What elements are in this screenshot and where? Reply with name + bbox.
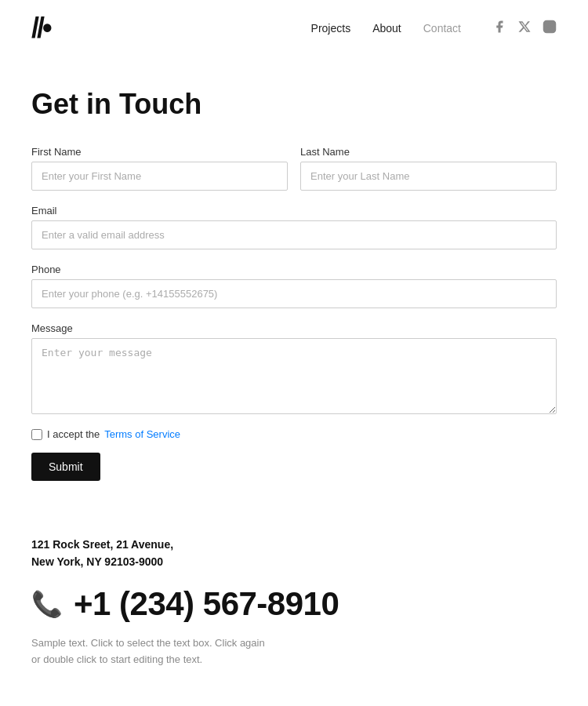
phone-icon: 📞 (31, 589, 63, 619)
logo[interactable]: //• (31, 14, 72, 42)
sample-text[interactable]: Sample text. Click to select the text bo… (31, 635, 267, 668)
nav-social-icons (492, 20, 557, 37)
address-line1: 121 Rock Sreet, 21 Avenue, (31, 536, 557, 553)
svg-point-2 (547, 24, 552, 29)
last-name-label: Last Name (300, 146, 557, 158)
tos-prefix-text: I accept the (47, 428, 100, 440)
email-group: Email (31, 205, 557, 249)
first-name-label: First Name (31, 146, 288, 158)
contact-info-section: 121 Rock Sreet, 21 Avenue, New York, NY … (0, 504, 588, 691)
email-input[interactable] (31, 220, 557, 249)
message-group: Message (31, 322, 557, 414)
name-row: First Name Last Name (31, 146, 557, 191)
phone-number: +1 (234) 567-8910 (74, 585, 339, 623)
svg-text://•: //• (31, 14, 52, 42)
first-name-group: First Name (31, 146, 288, 191)
tos-checkbox[interactable] (31, 429, 42, 440)
nav-about[interactable]: About (372, 22, 401, 35)
nav-contact[interactable]: Contact (423, 22, 461, 35)
email-label: Email (31, 205, 557, 217)
phone-input[interactable] (31, 279, 557, 308)
tos-link[interactable]: Terms of Service (104, 428, 180, 440)
address-block: 121 Rock Sreet, 21 Avenue, New York, NY … (31, 536, 557, 571)
tos-row: I accept the Terms of Service (31, 428, 557, 440)
nav-links: Projects About Contact (311, 22, 461, 35)
page-title: Get in Touch (31, 88, 557, 121)
main-form-section: Get in Touch First Name Last Name Email … (0, 56, 588, 504)
last-name-group: Last Name (300, 146, 557, 191)
facebook-icon[interactable] (492, 20, 506, 37)
submit-button[interactable]: Submit (31, 453, 100, 481)
svg-point-3 (552, 23, 554, 24)
contact-form: First Name Last Name Email Phone Message… (31, 146, 557, 481)
navbar: //• Projects About Contact (0, 0, 588, 56)
address-line2: New York, NY 92103-9000 (31, 553, 557, 570)
message-textarea[interactable] (31, 338, 557, 414)
phone-row: 📞 +1 (234) 567-8910 (31, 585, 557, 623)
instagram-icon[interactable] (543, 20, 557, 37)
first-name-input[interactable] (31, 162, 288, 191)
message-label: Message (31, 322, 557, 334)
nav-projects[interactable]: Projects (311, 22, 351, 35)
last-name-input[interactable] (300, 162, 557, 191)
phone-label: Phone (31, 264, 557, 275)
x-twitter-icon[interactable] (517, 20, 532, 37)
phone-group: Phone (31, 264, 557, 308)
